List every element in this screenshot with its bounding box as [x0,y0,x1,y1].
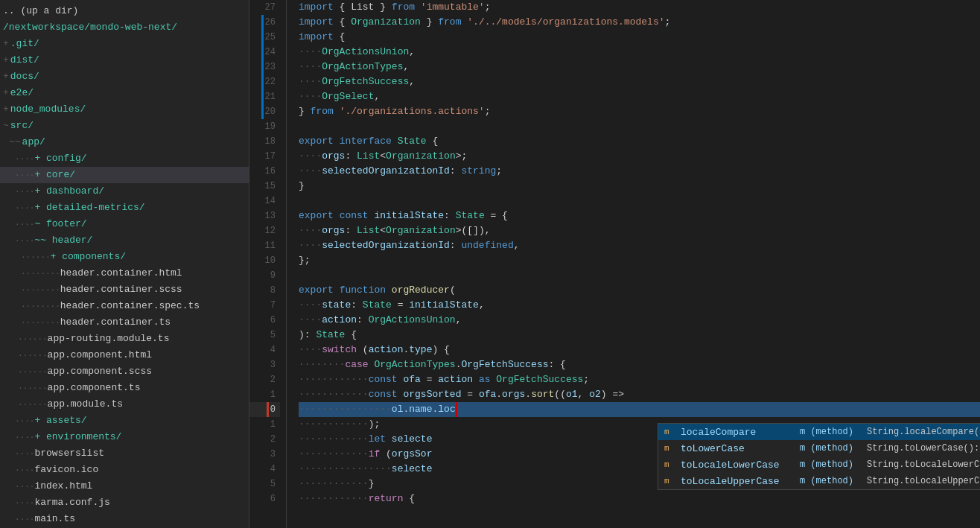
tree-item-header[interactable]: ···· ~~ header/ [0,232,249,249]
code-line-10: }; [299,253,980,268]
tree-item-header-container-scss[interactable]: ········ header.container.scss [0,282,249,298]
tree-item-app-component-scss[interactable]: ······ app.component.scss [0,363,249,380]
gutter-5: 5 [249,328,280,343]
gutter-18: 18 [249,134,280,149]
tree-item-core[interactable]: ···· + core/ [0,167,249,183]
tree-item-favicon[interactable]: ···· favicon.ico [0,462,249,478]
change-marker [261,223,264,238]
ac-item-detail: String.toLocaleLowerCase(): string [867,459,980,470]
gutter-4: 4 [249,343,280,357]
tree-item-main-ts[interactable]: ···· main.ts [0,511,249,527]
tree-dot: ···· [15,184,34,199]
tree-dot: ~ [3,118,9,133]
tree-item-label: app.component.scss [48,364,152,379]
tree-item-detailed-metrics[interactable]: ···· + detailed-metrics/ [0,200,249,216]
gutter-9: 9 [249,268,280,283]
gutter-8: 8 [249,283,280,298]
tree-item-e2e[interactable]: + e2e/ [0,85,249,101]
tree-item-label: + dashboard/ [34,184,104,199]
tree-item-dist[interactable]: + dist/ [0,52,249,69]
ac-item-name: toLowerCase [681,443,800,454]
change-marker [267,432,269,447]
code-editor[interactable]: 27 26 25 24 23 22 [249,0,980,528]
tree-item-label: app.component.ts [48,381,141,395]
tree-item-app-module[interactable]: ······ app.module.ts [0,396,249,413]
tree-item-label: + environments/ [34,430,121,445]
tree-dot: ···· [15,446,34,461]
tree-item-git[interactable]: + .git/ [0,36,249,52]
tree-item-app-routing[interactable]: ······ app-routing.module.ts [0,331,249,347]
tree-item-header-container-ts[interactable]: ········ header.container.ts [0,314,249,331]
gutter-6: 6 [249,313,280,328]
tree-dot: ········ [21,315,60,330]
change-marker [261,209,264,223]
tree-dot: + [3,36,9,51]
gutter-2: 2 [249,372,280,387]
change-marker [261,60,264,74]
autocomplete-item-to-lower-case[interactable]: m toLowerCase m (method) String.toLowerC… [658,440,980,457]
autocomplete-item-locale-compare[interactable]: m localeCompare m (method) String.locale… [658,424,980,440]
tree-item-docs[interactable]: + docs/ [0,69,249,85]
tree-item-label: main.ts [34,512,75,527]
tree-item-header-container-html[interactable]: ········ header.container.html [0,265,249,282]
tree-item-components[interactable]: ······ + components/ [0,249,249,265]
code-line-9 [299,268,980,283]
autocomplete-dropdown[interactable]: m localeCompare m (method) String.locale… [658,423,980,490]
tree-item-label: karma.conf.js [34,495,109,510]
tree-dot: ···· [15,512,34,527]
code-line-11: ····selectedOrganizationId: undefined, [299,238,980,253]
tree-item-label: .git/ [10,36,39,51]
code-line-23: ····OrgActionTypes, [299,60,980,74]
tree-dot: ········ [21,299,60,314]
tree-item-config[interactable]: ···· + config/ [0,150,249,167]
tree-item-app-component-html[interactable]: ······ app.component.html [0,347,249,363]
tree-item-dashboard[interactable]: ···· + dashboard/ [0,183,249,200]
ac-item-name: localeCompare [681,427,800,438]
tree-item-node-modules[interactable]: + node_modules/ [0,101,249,118]
tree-item-src[interactable]: ~ src/ [0,118,249,134]
tree-item-label: header.container.html [60,266,182,281]
gutter-16: 16 [249,164,280,179]
code-line-12: ····orgs: List<Organization>([]), [299,223,980,238]
tree-dot: ~~ [9,135,21,150]
gutter-11: 11 [249,238,280,253]
tree-item-assets[interactable]: ···· + assets/ [0,413,249,429]
tree-item-environments[interactable]: ···· + environments/ [0,429,249,445]
change-marker [261,0,264,15]
tree-item-up-dir[interactable]: .. (up a dir) [0,3,249,19]
tree-dot: ······ [18,348,48,363]
tree-dot: ········ [21,282,60,297]
autocomplete-item-to-locale-lower-case[interactable]: m toLocaleLowerCase m (method) String.to… [658,457,980,473]
autocomplete-item-to-locale-upper-case[interactable]: m toLocaleUpperCase m (method) String.to… [658,473,980,489]
ac-item-name: toLocaleLowerCase [681,459,800,471]
change-marker [267,402,269,417]
code-line-18: export interface State { [299,134,980,149]
tree-item-label: app-routing.module.ts [48,331,170,346]
gutter-21: 21 [249,89,280,104]
code-line-19 [299,119,980,134]
tree-item-footer[interactable]: ···· ~ footer/ [0,216,249,232]
tree-item-nextworkspace[interactable]: /nextworkspace/mondo-web-next/ [0,19,249,36]
tree-item-label: favicon.ico [34,462,98,477]
tree-item-browserslist[interactable]: ···· browserslist [0,445,249,462]
tree-dot: ···· [15,151,34,166]
change-marker [261,149,264,164]
tree-item-index-html[interactable]: ···· index.html [0,478,249,494]
code-line-3: ········case OrgActionTypes.OrgFetchSucc… [299,357,980,372]
tree-item-app-component-ts[interactable]: ······ app.component.ts [0,380,249,396]
change-marker [261,119,264,134]
tree-item-app[interactable]: ~~ app/ [0,134,249,150]
tree-dot: ···· [15,200,34,215]
tree-item-header-container-spec[interactable]: ········ header.container.spec.ts [0,298,249,314]
gutter-22: 22 [249,74,280,89]
tree-item-label: dist/ [10,53,39,68]
tree-item-label: header.container.spec.ts [60,299,200,314]
gutter-27: 27 [249,0,280,15]
gutter-24: 24 [249,45,280,60]
ac-item-kind: m (method) [800,459,867,470]
code-line-7: ····state: State = initialState, [299,298,980,313]
tree-item-karma[interactable]: ···· karma.conf.js [0,494,249,511]
change-marker [267,447,269,462]
tree-item-label: ~ footer/ [34,217,86,232]
tree-dot: ···· [15,413,34,428]
